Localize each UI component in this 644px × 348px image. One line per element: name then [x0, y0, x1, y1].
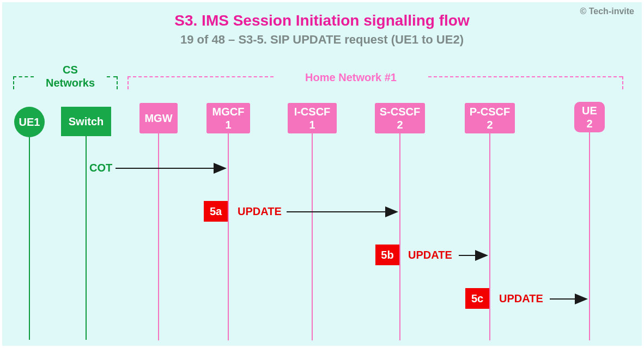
lifeline-pcscf2 — [489, 133, 490, 340]
step-5b-text: 5b — [381, 249, 393, 261]
node-mgcf1-label1: MGCF — [212, 105, 245, 118]
lifeline-mgcf1 — [228, 133, 229, 340]
home-bracket-top-right — [428, 76, 622, 89]
node-mgw: MGW — [139, 103, 178, 133]
step-5a-text: 5a — [210, 205, 222, 218]
node-ue2-label1: UE — [582, 104, 597, 117]
home-bracket-right — [622, 76, 623, 89]
diagram-subtitle: 19 of 48 – S3-5. SIP UPDATE request (UE1… — [2, 29, 642, 47]
node-mgcf1: MGCF 1 — [206, 103, 250, 133]
msg-5a-update-label: UPDATE — [238, 205, 282, 218]
node-scscf2-label1: S-CSCF — [380, 105, 420, 118]
node-switch-label: Switch — [69, 115, 104, 128]
msg-cot-label: COT — [89, 162, 112, 174]
node-icscf1-label2: 1 — [309, 118, 315, 131]
home-network-group-label: Home Network #1 — [275, 71, 427, 84]
node-mgw-label: MGW — [144, 112, 172, 125]
step-5c-text: 5c — [471, 292, 483, 305]
cs-bracket-right — [117, 76, 118, 89]
node-mgcf1-label2: 1 — [225, 118, 231, 131]
node-scscf2-label2: 2 — [397, 118, 403, 131]
node-scscf2: S-CSCF 2 — [375, 103, 425, 133]
diagram-title: S3. IMS Session Initiation signalling fl… — [2, 2, 642, 29]
step-5c-box: 5c — [465, 288, 489, 309]
step-5a-box: 5a — [204, 201, 228, 222]
cs-bracket-top-right — [107, 76, 117, 89]
copyright-text: © Tech-invite — [580, 7, 634, 16]
node-ue2-label2: 2 — [586, 117, 592, 130]
lifeline-icscf1 — [312, 133, 313, 340]
node-pcscf2-label1: P-CSCF — [470, 105, 510, 118]
node-pcscf2-label2: 2 — [487, 118, 493, 131]
cs-bracket-top-left — [13, 76, 34, 89]
node-ue1-label: UE1 — [19, 115, 40, 129]
lifeline-switch — [86, 136, 87, 340]
lifeline-scscf2 — [399, 133, 400, 340]
step-5b-box: 5b — [375, 245, 399, 265]
lifeline-ue2 — [589, 132, 590, 340]
diagram-canvas: S3. IMS Session Initiation signalling fl… — [2, 2, 642, 346]
node-icscf1: I-CSCF 1 — [288, 103, 337, 133]
msg-5b-update-label: UPDATE — [408, 249, 452, 261]
node-pcscf2: P-CSCF 2 — [465, 103, 515, 133]
node-ue2: UE 2 — [574, 102, 605, 132]
node-switch: Switch — [61, 107, 111, 136]
node-icscf1-label1: I-CSCF — [294, 105, 331, 118]
lifeline-mgw — [158, 133, 159, 340]
node-ue1: UE1 — [14, 107, 45, 137]
lifeline-ue1 — [29, 137, 30, 340]
msg-5c-update-label: UPDATE — [499, 292, 543, 305]
home-bracket-top-left — [127, 76, 274, 89]
cs-networks-group-label: CS Networks — [35, 63, 106, 89]
